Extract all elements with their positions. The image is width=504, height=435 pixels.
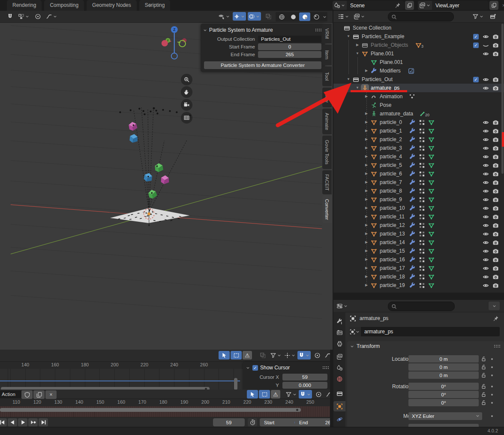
viewlayer-name-field[interactable]: ViewLayer — [432, 1, 489, 10]
disclosure-closed-icon[interactable]: ▶ — [363, 66, 369, 75]
collapse-chevron-icon[interactable] — [246, 366, 250, 370]
properties-search-input[interactable] — [388, 302, 455, 311]
magnet-button[interactable] — [299, 390, 312, 399]
vgroup-indicator[interactable] — [419, 119, 425, 126]
outliner-row-particle-9[interactable]: ▶particle_9 — [333, 195, 504, 204]
falloff-button[interactable] — [45, 12, 58, 21]
vgroup-indicator[interactable] — [419, 282, 425, 289]
meshdata-indicator[interactable] — [428, 257, 435, 263]
sidebar-tab-govie-tools[interactable]: Govie Tools — [322, 136, 332, 169]
disclosure-closed-icon[interactable]: ▶ — [363, 144, 369, 152]
propcircle-button[interactable] — [312, 351, 323, 359]
properties-tab-objsquare[interactable] — [333, 401, 345, 411]
outliner-row-particle-3[interactable]: ▶particle_3 — [333, 144, 504, 152]
collapse-chevron-icon[interactable] — [203, 28, 207, 33]
disclosure-closed-icon[interactable]: ▶ — [363, 169, 369, 178]
disclosure-closed-icon[interactable]: ▶ — [363, 281, 369, 290]
eye-toggle[interactable] — [483, 85, 489, 91]
object-id-button[interactable] — [349, 327, 361, 336]
transform-value-field[interactable]: 0 m — [408, 372, 479, 379]
eye-toggle[interactable] — [483, 42, 489, 48]
pivot-button[interactable] — [283, 351, 297, 359]
eye-toggle[interactable] — [483, 265, 489, 272]
drag-grip-icon[interactable] — [322, 366, 329, 369]
gizmo-x-ball[interactable] — [162, 40, 168, 46]
pin-icon[interactable] — [492, 315, 499, 322]
outliner-row-particle-2[interactable]: ▶particle_2 — [333, 135, 504, 144]
boxsel-button[interactable] — [259, 390, 270, 399]
outliner-row-particles-example[interactable]: ▼Particles_Example✓ — [333, 32, 504, 41]
wrench-indicator[interactable] — [409, 188, 416, 194]
scene-menu-button[interactable] — [333, 1, 347, 10]
meshdata-indicator[interactable] — [428, 282, 435, 289]
wrench-indicator[interactable] — [409, 179, 416, 186]
ballwire-button[interactable] — [276, 12, 287, 21]
eyecursor-button[interactable] — [218, 12, 231, 21]
gizmo-neg-y-ball[interactable] — [179, 40, 186, 47]
meshdata-indicator[interactable] — [428, 205, 435, 211]
sidebar-tab-vrm[interactable]: VRM — [322, 24, 332, 43]
sliders-button[interactable] — [336, 302, 349, 310]
disclosure-closed-icon[interactable]: ▶ — [363, 109, 369, 118]
eye-toggle[interactable] — [483, 214, 489, 220]
collapse-chevron-icon[interactable] — [350, 344, 354, 349]
enable-checkbox[interactable]: ✓ — [473, 34, 479, 39]
animate-dot[interactable] — [491, 386, 493, 387]
disclosure-closed-icon[interactable]: ▶ — [363, 187, 369, 195]
camera-toggle[interactable] — [492, 154, 499, 160]
disclosure-closed-icon[interactable]: ▶ — [363, 118, 369, 127]
meshdata-indicator[interactable] — [428, 196, 435, 203]
outliner-row-particle-12[interactable]: ▶particle_12 — [333, 221, 504, 230]
meshdata-indicator[interactable] — [428, 214, 435, 220]
disclosure-closed-icon[interactable]: ▶ — [363, 272, 369, 281]
ballsolid-button[interactable] — [288, 12, 299, 21]
properties-tab-tool[interactable] — [333, 316, 345, 326]
boxsel-button[interactable] — [231, 351, 242, 359]
shieldd-button[interactable] — [21, 390, 33, 399]
properties-tab-viewlayer[interactable] — [333, 351, 345, 362]
fcurve-line[interactable] — [0, 381, 240, 381]
use-preview-range-button[interactable] — [248, 418, 257, 426]
eye-toggle[interactable] — [483, 179, 489, 186]
meshdata-indicator[interactable] — [428, 188, 435, 194]
vgroup-indicator[interactable] — [419, 231, 425, 237]
disclosure-closed-icon[interactable]: ▶ — [363, 135, 369, 144]
gizmoic-button[interactable] — [233, 12, 246, 21]
meshdata-indicator[interactable] — [428, 265, 435, 272]
convert-button[interactable]: Particle System to Armature Converter — [204, 61, 321, 69]
wrench-indicator[interactable] — [409, 248, 416, 254]
outliner-search-input[interactable] — [388, 12, 454, 21]
wrench-indicator[interactable] — [409, 162, 416, 169]
workspace-tab-rendering[interactable]: Rendering — [7, 0, 42, 11]
dope-sheet-ruler[interactable]: 1101201301401501601701801902002102202302… — [0, 399, 330, 407]
outliner-row-modifiers[interactable]: ▶Modifiers — [333, 66, 504, 75]
disclosure-open-icon[interactable]: ▼ — [345, 75, 351, 84]
animate-dot[interactable] — [491, 375, 493, 376]
dope-sheet-channel-band[interactable] — [0, 406, 330, 417]
breadcrumb-object-name[interactable]: armature_ps — [360, 315, 388, 321]
scale-field-partial[interactable] — [408, 424, 479, 427]
meshdata-indicator[interactable] — [428, 136, 435, 143]
meshdata-indicator[interactable] — [428, 274, 435, 280]
properties-tab-physics[interactable] — [333, 414, 345, 424]
transform-value-field[interactable]: 0° — [408, 399, 479, 406]
outliner-row-particle-13[interactable]: ▶particle_13 — [333, 230, 504, 238]
camera-toggle[interactable] — [492, 274, 499, 280]
xray-button[interactable] — [257, 351, 268, 359]
camera-toggle[interactable] — [492, 265, 499, 272]
sidebar-tab-animate[interactable]: Animate — [322, 109, 332, 134]
eye-toggle[interactable] — [483, 154, 489, 160]
outliner-row-plane-001[interactable]: Plane.001 — [333, 58, 504, 66]
camera-toggle[interactable] — [492, 145, 499, 151]
meshdata-indicator[interactable] — [428, 171, 435, 177]
vgroup-indicator[interactable] — [419, 188, 425, 194]
eye-toggle[interactable] — [483, 51, 489, 57]
vgroup-indicator[interactable] — [419, 222, 425, 229]
camera-toggle[interactable] — [492, 136, 499, 143]
camera-toggle[interactable] — [492, 162, 499, 169]
vgroup-indicator[interactable] — [419, 128, 425, 134]
eye-toggle[interactable] — [483, 145, 489, 151]
wrench-indicator[interactable] — [409, 145, 416, 151]
camera-toggle[interactable] — [492, 171, 499, 177]
camera-toggle[interactable] — [492, 205, 499, 211]
